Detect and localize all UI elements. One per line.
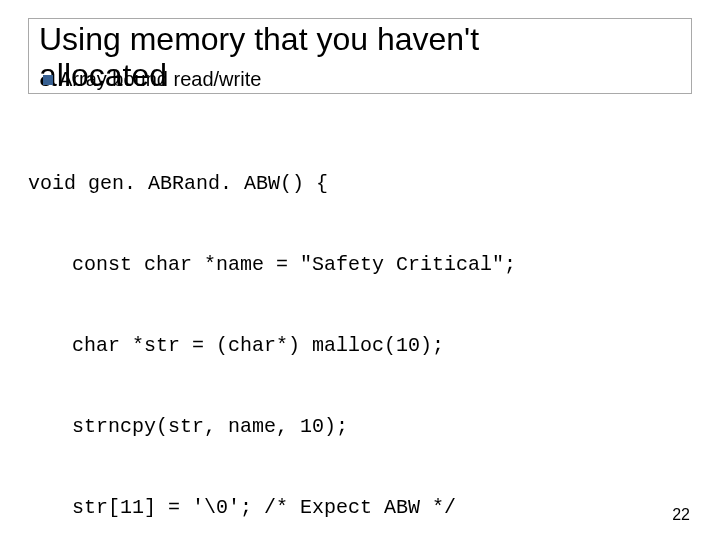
title-box: Using memory that you haven't allocated … <box>28 18 692 94</box>
code-line-1: const char *name = "Safety Critical"; <box>28 251 692 278</box>
slide-title-line1: Using memory that you haven't <box>39 21 479 58</box>
square-bullet-icon <box>43 75 53 85</box>
bullet-item: Array bound read/write <box>43 68 261 91</box>
slide: Using memory that you haven't allocated … <box>0 0 720 540</box>
code-line-4: str[11] = '\0'; /* Expect ABW */ <box>28 494 692 521</box>
bullet-text: Array bound read/write <box>59 68 261 91</box>
code-line-0: void gen. ABRand. ABW() { <box>28 170 692 197</box>
page-number: 22 <box>672 506 690 524</box>
code-block: void gen. ABRand. ABW() { const char *na… <box>28 116 692 540</box>
code-line-3: strncpy(str, name, 10); <box>28 413 692 440</box>
code-line-2: char *str = (char*) malloc(10); <box>28 332 692 359</box>
